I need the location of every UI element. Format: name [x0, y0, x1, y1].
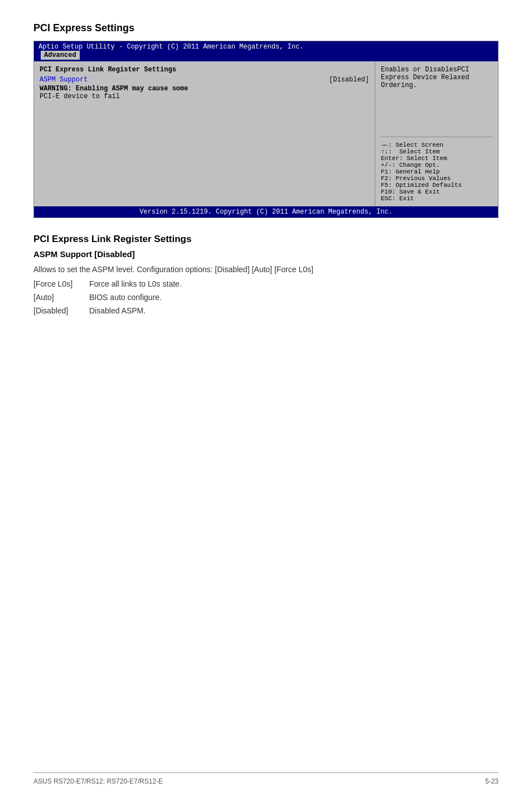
- bios-section-title: PCI Express Link Register Settings: [40, 66, 369, 74]
- bios-help-text: Enables or DisablesPCI Express Device Re…: [381, 66, 492, 137]
- bios-key-hints: →←: Select Screen ↑↓: Select Item Enter:…: [381, 142, 492, 202]
- link-register-title: PCI Express Link Register Settings: [33, 234, 499, 245]
- options-table: [Force L0s] Force all links to L0s state…: [33, 278, 499, 317]
- bios-header-text: Aptio Setup Utility - Copyright (C) 2011…: [38, 43, 303, 51]
- option-val-disabled: Disabled ASPM.: [89, 305, 499, 318]
- option-row-disabled: [Disabled] Disabled ASPM.: [33, 305, 499, 318]
- page-footer: ASUS RS720-E7/RS12; RS720-E7/RS12-E 5-23: [33, 772, 499, 785]
- bios-header: Aptio Setup Utility - Copyright (C) 2011…: [34, 41, 498, 61]
- option-val-force: Force all links to L0s state.: [89, 278, 499, 291]
- bios-active-tab[interactable]: Advanced: [41, 51, 80, 60]
- bios-right-panel: Enables or DisablesPCI Express Device Re…: [375, 61, 498, 206]
- option-val-auto: BIOS auto configure.: [89, 291, 499, 305]
- bios-warning-line1: WARNING: Enabling ASPM may cause some: [40, 85, 369, 93]
- bios-item-row: ASPM Support [Disabled]: [40, 76, 369, 84]
- option-key-force: [Force L0s]: [33, 278, 89, 291]
- bios-item-value: [Disabled]: [329, 76, 369, 84]
- option-row-auto: [Auto] BIOS auto configure.: [33, 291, 499, 305]
- footer-right-text: 5-23: [485, 777, 499, 785]
- page-title: PCI Express Settings: [33, 22, 499, 34]
- aspm-title: ASPM Support [Disabled]: [33, 249, 499, 259]
- bios-left-panel: PCI Express Link Register Settings ASPM …: [34, 61, 375, 206]
- option-key-disabled: [Disabled]: [33, 305, 89, 318]
- bios-body: PCI Express Link Register Settings ASPM …: [34, 61, 498, 206]
- option-key-auto: [Auto]: [33, 291, 89, 305]
- bios-warning-line2: PCI-E device to fail: [40, 93, 369, 100]
- footer-left-text: ASUS RS720-E7/RS12; RS720-E7/RS12-E: [33, 777, 163, 785]
- aspm-description: Allows to set the ASPM level. Configurat…: [33, 263, 499, 276]
- bios-footer: Version 2.15.1219. Copyright (C) 2011 Am…: [34, 206, 498, 218]
- bios-screen: Aptio Setup Utility - Copyright (C) 2011…: [33, 41, 499, 218]
- bios-item-label[interactable]: ASPM Support: [40, 76, 88, 84]
- bios-footer-text: Version 2.15.1219. Copyright (C) 2011 Am…: [139, 208, 393, 216]
- option-row-force: [Force L0s] Force all links to L0s state…: [33, 278, 499, 291]
